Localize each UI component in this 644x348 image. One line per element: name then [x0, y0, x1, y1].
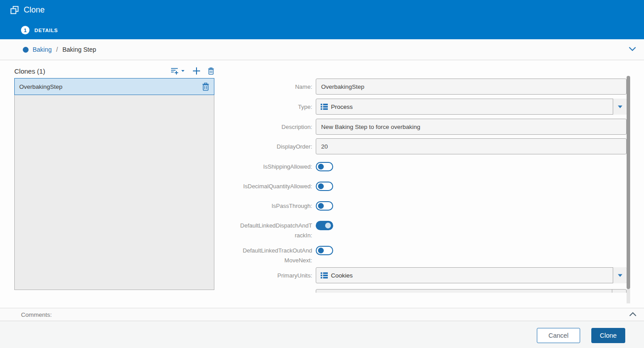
wizard-step-details[interactable]: 1 DETAILS — [21, 26, 58, 34]
clone-dialog: Clone 1 DETAILS Baking / Baking Step Clo… — [0, 0, 644, 348]
breadcrumb-parent-link[interactable]: Baking — [33, 46, 52, 53]
entity-status-dot — [23, 47, 29, 53]
entity-icon — [321, 272, 328, 279]
field-label: DefaultLinkedTrackOutAndMoveNext: — [240, 246, 312, 265]
type-field[interactable]: Process — [316, 99, 627, 115]
isshippingallowed-toggle[interactable] — [316, 162, 333, 171]
dialog-title: Clone — [24, 5, 45, 15]
chevron-up-icon[interactable] — [629, 312, 637, 317]
clone-list-item[interactable]: OverbakingStep — [14, 78, 214, 95]
form-row-defaultlinkeddispatchandtrackin: DefaultLinkedDispatchAndTrackIn: — [240, 221, 627, 240]
isdecimalquantityallowed-toggle[interactable] — [316, 182, 333, 191]
field-label: DisplayOrder: — [240, 138, 312, 151]
type-value: Process — [331, 104, 353, 110]
form-row-primaryunits: PrimaryUnits: Cookies — [240, 267, 627, 283]
defaultlinkedtrackoutandmovenext-toggle[interactable] — [316, 246, 333, 255]
form-row-isdecimalquantityallowed: IsDecimalQuantityAllowed: — [240, 182, 627, 191]
dialog-header: Clone 1 DETAILS — [0, 0, 644, 39]
chevron-down-icon[interactable] — [628, 46, 637, 52]
field-label: IsShippingAllowed: — [240, 162, 312, 172]
ispassthrough-toggle[interactable] — [316, 201, 333, 211]
entity-icon — [321, 104, 328, 110]
comments-section[interactable]: Comments: — [0, 308, 644, 321]
cancel-button[interactable]: Cancel — [537, 328, 580, 343]
form-row-displayorder: DisplayOrder: — [240, 138, 627, 154]
next-field-clipped — [316, 289, 627, 293]
name-field[interactable] — [316, 79, 627, 95]
step-label: DETAILS — [34, 28, 58, 33]
description-field[interactable] — [316, 119, 627, 135]
breadcrumb-current: Baking Step — [63, 46, 96, 53]
field-label: Type: — [240, 99, 312, 112]
breadcrumb: Baking / Baking Step — [0, 39, 644, 60]
clone-item-name: OverbakingStep — [19, 83, 63, 90]
dropdown-caret-icon — [618, 274, 623, 277]
displayorder-field[interactable] — [316, 138, 627, 154]
field-label: Description: — [240, 119, 312, 132]
clone-icon — [10, 5, 19, 15]
primaryunits-value: Cookies — [331, 272, 353, 279]
breadcrumb-separator: / — [56, 46, 58, 53]
form-row-isshippingallowed: IsShippingAllowed: — [240, 162, 627, 172]
trash-icon[interactable] — [202, 83, 209, 91]
add-clone-options-button[interactable] — [171, 67, 185, 75]
form-row-description: Description: — [240, 119, 627, 135]
comments-label: Comments: — [21, 311, 52, 318]
dialog-footer: Cancel Clone — [0, 322, 644, 348]
step-number-badge: 1 — [21, 26, 29, 34]
scrollbar-thumb[interactable] — [627, 76, 630, 289]
dropdown-caret-icon — [618, 105, 623, 108]
clone-button[interactable]: Clone — [591, 328, 625, 343]
scrollbar-track[interactable] — [627, 289, 630, 303]
field-label: IsDecimalQuantityAllowed: — [240, 182, 312, 191]
form-row-defaultlinkedtrackoutandmovenext: DefaultLinkedTrackOutAndMoveNext: — [240, 246, 627, 265]
form-row-type: Type: Process — [240, 99, 627, 115]
primaryunits-field[interactable]: Cookies — [316, 267, 627, 283]
form-row-name: Name: — [240, 79, 627, 95]
field-label: IsPassThrough: — [240, 201, 312, 211]
defaultlinkeddispatchandtrackin-toggle[interactable] — [316, 221, 333, 230]
type-dropdown-button[interactable] — [613, 99, 627, 115]
field-label: PrimaryUnits: — [240, 267, 312, 280]
field-label: DefaultLinkedDispatchAndTrackIn: — [240, 221, 312, 240]
clones-panel-title: Clones (1) — [14, 67, 45, 75]
form-scrollbar[interactable] — [627, 76, 630, 303]
trash-icon[interactable] — [208, 67, 214, 75]
primaryunits-dropdown-button[interactable] — [613, 267, 627, 283]
clones-list: OverbakingStep — [14, 78, 214, 290]
form-row-ispassthrough: IsPassThrough: — [240, 201, 627, 211]
add-icon[interactable] — [192, 67, 201, 75]
field-label: Name: — [240, 79, 312, 91]
main-content: Clones (1) — [0, 60, 644, 308]
